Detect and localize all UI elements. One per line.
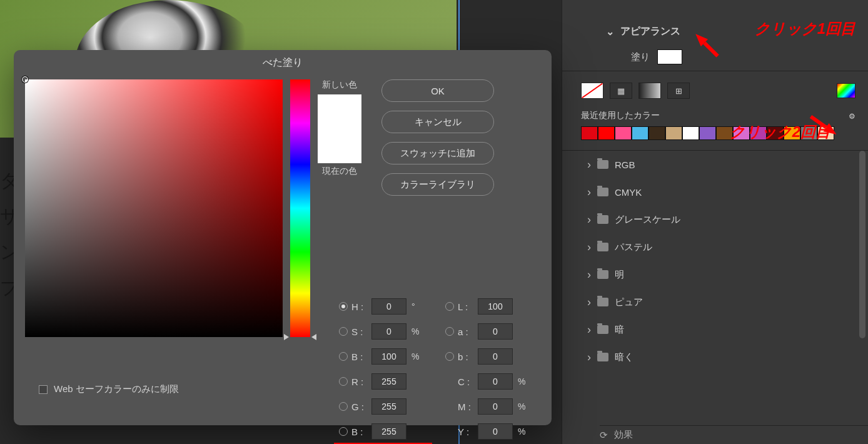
saturation-radio[interactable] (339, 327, 348, 336)
scrollbar[interactable] (859, 151, 865, 338)
hue-input[interactable] (371, 298, 406, 315)
folder-item[interactable]: CMYK (587, 178, 855, 206)
green-radio[interactable] (339, 402, 348, 411)
lab-b-input[interactable] (478, 348, 513, 365)
folder-icon (597, 353, 608, 361)
magenta-input[interactable] (478, 398, 513, 415)
red-radio[interactable] (339, 377, 348, 386)
brightness-radio[interactable] (339, 352, 348, 361)
color-picker-button[interactable] (837, 83, 855, 98)
swatches-mode-button[interactable]: ▦ (610, 83, 632, 99)
recent-colors-label: 最近使用したカラー (581, 110, 660, 121)
current-color-label: 現在の色 (322, 166, 357, 177)
recent-swatch[interactable] (682, 126, 699, 140)
folder-item[interactable]: グレースケール (587, 206, 855, 233)
chevron-right-icon (587, 213, 591, 226)
recent-swatch[interactable] (632, 126, 648, 140)
lab-b-radio[interactable] (445, 352, 454, 361)
folder-item[interactable]: 明 (587, 261, 855, 288)
properties-panel: アピアランス 塗り クリック1回目 ▦ ⊞ クリック2回目 最近使用したカラー … (562, 0, 868, 444)
green-label: G : (351, 401, 368, 412)
folder-icon (597, 325, 608, 334)
effects-row[interactable]: ⟳ 効果 (600, 425, 868, 444)
chevron-right-icon (587, 186, 591, 199)
lightness-label: L : (458, 301, 474, 312)
folder-label: CMYK (615, 187, 642, 198)
ok-button[interactable]: OK (381, 79, 494, 102)
chevron-right-icon (587, 351, 591, 364)
folder-label: RGB (615, 159, 635, 170)
yellow-input[interactable] (478, 423, 513, 440)
blue-radio[interactable] (339, 427, 348, 436)
brightness-label: B : (351, 351, 368, 362)
folder-icon (597, 215, 608, 224)
magenta-label: M : (458, 401, 474, 412)
lab-a-input[interactable] (478, 323, 513, 340)
green-input[interactable] (371, 398, 406, 415)
folder-label: パステル (615, 241, 652, 253)
cyan-input[interactable] (478, 373, 513, 390)
yellow-label: Y : (458, 426, 474, 437)
websafe-label: Web セーフカラーのみに制限 (54, 383, 179, 395)
annotation-click1: クリック1回目 (755, 19, 855, 39)
hue-slider-thumb-left[interactable] (284, 334, 289, 340)
folder-icon (597, 160, 608, 169)
new-color-swatch (318, 94, 361, 129)
gear-icon[interactable] (849, 111, 855, 121)
pattern-mode-button[interactable]: ⊞ (667, 83, 690, 99)
recent-swatch[interactable] (615, 126, 632, 140)
folder-label: 暗 (615, 324, 624, 336)
saturation-cursor[interactable] (22, 76, 28, 83)
folder-item[interactable]: 暗く (587, 343, 855, 371)
cancel-button[interactable]: キャンセル (381, 111, 494, 133)
new-color-label: 新しい色 (322, 79, 357, 91)
fill-label: 塗り (631, 51, 650, 63)
dialog-title: べた塗り (14, 50, 552, 79)
folder-label: 暗く (615, 351, 633, 363)
lightness-radio[interactable] (445, 302, 454, 311)
lab-a-label: a : (458, 326, 474, 337)
folder-item[interactable]: 暗 (587, 316, 855, 343)
lab-b-label: b : (458, 351, 474, 362)
brightness-input[interactable] (371, 348, 406, 365)
websafe-checkbox[interactable] (39, 385, 48, 394)
folder-icon (597, 243, 608, 251)
lab-a-radio[interactable] (445, 327, 454, 336)
recent-swatch[interactable] (648, 126, 665, 140)
hue-radio[interactable] (339, 302, 348, 311)
hue-slider[interactable] (290, 79, 310, 337)
blue-input[interactable] (371, 423, 406, 440)
folder-item[interactable]: パステル (587, 233, 855, 261)
lightness-input[interactable] (478, 298, 513, 315)
saturation-label: S : (351, 326, 368, 337)
color-library-button[interactable]: カラーライブラリ (381, 173, 494, 196)
saturation-input[interactable] (371, 323, 406, 340)
folder-item[interactable]: RGB (587, 151, 855, 178)
cyan-label: C : (458, 376, 474, 387)
recent-swatch[interactable] (665, 126, 682, 140)
folder-item[interactable]: ピュア (587, 288, 855, 316)
folder-icon (597, 270, 608, 279)
folder-label: グレースケール (615, 214, 680, 226)
hue-label: H : (351, 301, 368, 312)
chevron-right-icon (587, 158, 591, 171)
hue-slider-thumb-right[interactable] (311, 334, 316, 340)
blue-label: B : (351, 426, 368, 437)
recent-swatch[interactable] (598, 126, 615, 140)
recent-swatch[interactable] (699, 126, 716, 140)
chevron-right-icon (587, 296, 591, 309)
folder-icon (597, 298, 608, 306)
chevron-down-icon (606, 26, 614, 38)
chevron-right-icon (587, 268, 591, 281)
red-input[interactable] (371, 373, 406, 390)
no-fill-button[interactable] (581, 83, 603, 99)
recent-swatch[interactable] (581, 126, 598, 140)
gradient-mode-button[interactable] (638, 83, 661, 99)
current-color-swatch[interactable] (318, 129, 361, 163)
folder-label: 明 (615, 269, 624, 281)
add-swatch-button[interactable]: スウォッチに追加 (381, 142, 494, 164)
saturation-field[interactable] (25, 79, 283, 337)
fill-swatch[interactable] (657, 49, 682, 64)
folder-label: ピュア (615, 296, 643, 308)
folder-icon (597, 188, 608, 196)
